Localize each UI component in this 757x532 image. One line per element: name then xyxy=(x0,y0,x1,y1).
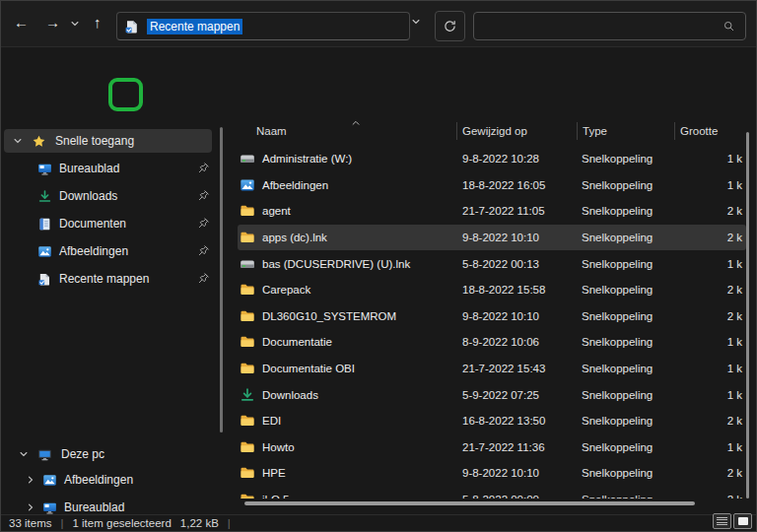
file-type: Snelkoppeling xyxy=(577,336,674,348)
address-text-selected: Recente mappen xyxy=(147,19,242,34)
file-name: Administratie (W:) xyxy=(262,153,352,165)
file-size: 2 k xyxy=(674,232,746,243)
sidebar-item-documenten[interactable]: Documenten xyxy=(1,210,228,237)
address-dropdown-chevron[interactable] xyxy=(411,17,421,27)
file-row[interactable]: agent21-7-2022 11:05Snelkoppeling2 k xyxy=(238,198,746,225)
column-header-size[interactable]: Grootte xyxy=(674,117,746,145)
refresh-button[interactable] xyxy=(435,11,465,41)
pin-icon xyxy=(197,189,210,202)
file-modified: 21-7-2022 11:36 xyxy=(456,441,577,453)
file-row[interactable]: Carepack18-8-2022 15:58Snelkoppeling2 k xyxy=(238,277,746,303)
sidebar-item-recente-mappen[interactable]: Recente mappen xyxy=(1,265,228,293)
folder-icon xyxy=(240,492,255,499)
file-modified: 9-8-2022 10:28 xyxy=(456,153,577,165)
sidebar-item-label: Downloads xyxy=(59,189,117,203)
file-name: iLO 5 xyxy=(262,494,290,499)
thumbnails-view-button[interactable] xyxy=(733,513,752,529)
recent-folders-icon xyxy=(37,272,52,287)
file-row[interactable]: EDI16-8-2022 13:50Snelkoppeling2 k xyxy=(238,408,746,434)
file-size: 2 k xyxy=(674,467,746,479)
column-header-modified[interactable]: Gewijzigd op xyxy=(456,117,577,145)
file-type: Snelkoppeling xyxy=(577,258,674,270)
file-type: Snelkoppeling xyxy=(577,494,674,499)
sidebar-item-bureaublad[interactable]: Bureaublad xyxy=(1,155,228,182)
sidebar-scrollbar[interactable] xyxy=(220,127,223,432)
chevron-right-icon xyxy=(26,502,35,512)
column-headers: Naam Gewijzigd op Type Grootte xyxy=(238,117,746,145)
refresh-icon xyxy=(443,19,457,33)
column-header-name[interactable]: Naam xyxy=(238,117,456,145)
pin-icon xyxy=(197,272,210,285)
sidebar-item-afbeeldingen[interactable]: Afbeeldingen xyxy=(1,466,228,494)
file-row[interactable]: DL360G10_SYSTEMROM9-8-2022 10:10Snelkopp… xyxy=(238,303,746,330)
sidebar-item-quick-access[interactable]: Snelle toegang xyxy=(4,129,212,153)
details-view-button[interactable] xyxy=(713,513,731,529)
horizontal-scrollbar[interactable] xyxy=(244,501,695,505)
file-size: 1 k xyxy=(674,336,746,348)
file-row[interactable]: HPE9-8-2022 10:10Snelkoppeling2 k xyxy=(238,460,746,487)
sidebar-item-bureaublad[interactable]: Bureaublad xyxy=(1,494,228,514)
file-name: bas (DCUSERDRIVE) (U).lnk xyxy=(262,258,410,270)
this-pc-group: Deze pc AfbeeldingenBureaublad xyxy=(1,442,228,514)
file-size: 2 k xyxy=(674,310,746,322)
drive-icon xyxy=(240,151,255,166)
file-row[interactable]: apps (dc).lnk9-8-2022 10:10Snelkoppeling… xyxy=(238,225,746,251)
document-icon xyxy=(37,217,52,232)
sidebar-item-label: Bureaublad xyxy=(59,162,119,175)
this-pc-label: Deze pc xyxy=(61,447,104,461)
file-modified: 5-9-2022 07:25 xyxy=(456,389,577,401)
vertical-scrollbar[interactable] xyxy=(746,132,749,499)
address-bar[interactable]: Recente mappen xyxy=(116,12,410,40)
file-row[interactable]: Documentatie8-9-2022 10:06Snelkoppeling1… xyxy=(238,329,746,356)
navigation-pane: Snelle toegang BureaubladDownloadsDocume… xyxy=(1,117,228,514)
file-row[interactable]: Afbeeldingen18-8-2022 16:05Snelkoppeling… xyxy=(238,172,746,199)
file-name: HPE xyxy=(262,467,286,479)
file-name: EDI xyxy=(262,415,281,427)
desktop-icon xyxy=(37,162,52,176)
file-modified: 18-8-2022 16:05 xyxy=(456,179,577,191)
column-header-type[interactable]: Type xyxy=(577,117,674,145)
search-box[interactable] xyxy=(473,12,746,40)
file-row[interactable]: iLO 55-8-2022 00:00Snelkoppeling2 k xyxy=(238,487,746,499)
pictures-icon xyxy=(42,473,57,488)
file-type: Snelkoppeling xyxy=(577,284,674,296)
sidebar-item-downloads[interactable]: Downloads xyxy=(1,182,228,210)
file-name: apps (dc).lnk xyxy=(262,232,327,243)
folder-icon xyxy=(240,203,255,219)
sidebar-item-afbeeldingen[interactable]: Afbeeldingen xyxy=(1,237,228,265)
star-icon xyxy=(32,134,46,149)
file-row[interactable]: Documentatie OBI21-7-2022 15:43Snelkoppe… xyxy=(238,356,746,382)
back-button[interactable]: ← xyxy=(14,14,29,31)
status-separator: | xyxy=(60,517,63,529)
file-row[interactable]: Downloads5-9-2022 07:25Snelkoppeling1 k xyxy=(238,381,746,408)
file-name: Documentatie xyxy=(262,336,332,348)
file-row[interactable]: bas (DCUSERDRIVE) (U).lnk5-8-2022 00:13S… xyxy=(238,250,746,277)
file-row[interactable]: Howto21-7-2022 11:36Snelkoppeling1 k xyxy=(238,434,746,461)
sidebar-item-label: Bureaublad xyxy=(64,500,124,514)
drive-icon xyxy=(240,256,255,272)
monitor-icon xyxy=(37,447,52,462)
forward-button[interactable]: → xyxy=(45,14,60,31)
search-input[interactable] xyxy=(474,20,723,33)
up-button[interactable]: ↑ xyxy=(94,14,102,31)
file-size: 2 k xyxy=(674,205,746,217)
items-count: 33 items xyxy=(9,517,51,529)
quick-access-items: BureaubladDownloadsDocumentenAfbeeldinge… xyxy=(1,155,228,293)
folder-icon xyxy=(240,230,255,245)
download-icon xyxy=(37,189,52,204)
pin-icon xyxy=(197,244,210,257)
recent-locations-chevron[interactable] xyxy=(70,19,80,29)
annotation-highlight-box xyxy=(108,78,143,111)
file-modified: 21-7-2022 11:05 xyxy=(456,205,577,217)
sidebar-item-this-pc[interactable]: Deze pc xyxy=(1,442,228,466)
explorer-window: Recente mappen Nieuw Sorteren Weergeven xyxy=(0,0,757,532)
file-type: Snelkoppeling xyxy=(577,232,674,243)
quick-access-label: Snelle toegang xyxy=(55,134,134,148)
status-bar: 33 items | 1 item geselecteerd 1,22 kB | xyxy=(1,514,756,531)
navigation-bar: ← → ↑ Recente mappen xyxy=(1,1,756,47)
file-row[interactable]: Administratie (W:)9-8-2022 10:28Snelkopp… xyxy=(238,146,746,172)
file-type: Snelkoppeling xyxy=(577,153,674,165)
file-list: Naam Gewijzigd op Type Grootte Administr… xyxy=(231,117,756,514)
thumbnails-view-icon xyxy=(738,517,748,525)
file-name: Carepack xyxy=(262,284,310,296)
